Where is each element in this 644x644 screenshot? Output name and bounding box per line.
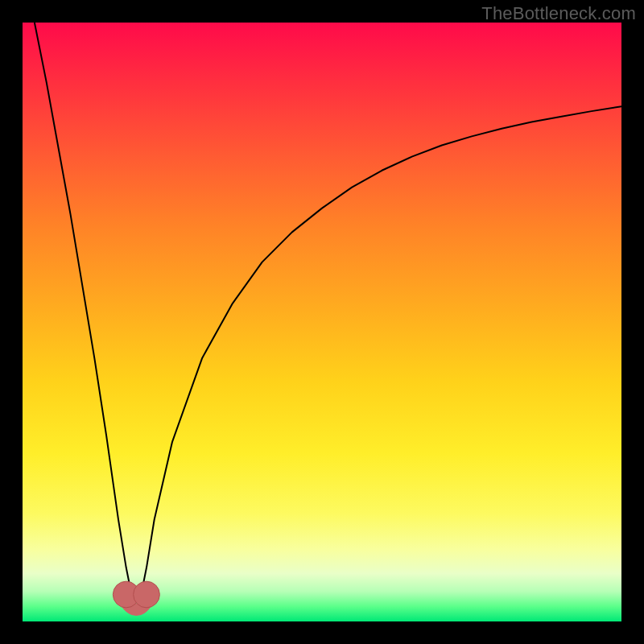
plot-area — [23, 23, 621, 621]
minimum-marker-1 — [134, 581, 160, 608]
chart-frame: TheBottleneck.com — [0, 0, 644, 644]
bottleneck-curve — [35, 23, 621, 609]
watermark-text: TheBottleneck.com — [481, 3, 636, 24]
curve-layer — [23, 23, 621, 621]
